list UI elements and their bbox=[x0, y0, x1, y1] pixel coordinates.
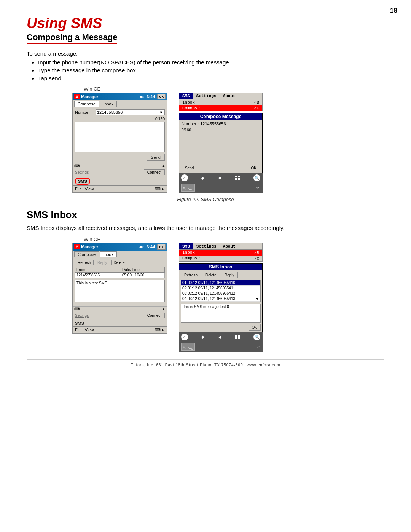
ppc-inbox-compose-item[interactable]: Compose ✓C bbox=[179, 256, 262, 261]
ppc-inbox-edit-icon: ✎ bbox=[183, 346, 186, 350]
ppc-inbox-body: Refresh Delete Reply 01:00:12 09/11, 121… bbox=[179, 270, 262, 332]
scroll-down-icon: ▼ bbox=[255, 297, 259, 301]
ppc-inbox-sms-menu[interactable]: SMS bbox=[179, 243, 193, 249]
ppc-inbox-bottom-number: ₁²³ bbox=[256, 345, 260, 349]
ppc-inbox-grid-icon bbox=[235, 335, 240, 339]
ppc-delete-button[interactable]: Delete bbox=[202, 272, 220, 278]
intro-text: To send a message: bbox=[27, 50, 384, 57]
wince-compose-window: ⊞ Manager ◄ε 3:44 ok Compose Inbox Numbe… bbox=[72, 93, 167, 193]
signal-icon: ◄ε bbox=[138, 94, 144, 99]
ppc-inbox-row-3[interactable]: 03:02:12 09/11, 121456955412 bbox=[181, 291, 260, 296]
ppc-inbox-title: SMS Inbox bbox=[179, 264, 262, 270]
ppc-compose-item[interactable]: Compose ✓C bbox=[179, 105, 262, 111]
wince-taskbar: ⌨ ▲ bbox=[73, 163, 167, 168]
ppc-number-label: Number : bbox=[182, 121, 199, 126]
ppc-inbox-menubar: SMS Settings About bbox=[179, 243, 263, 250]
time-display: 3:44 bbox=[147, 94, 155, 99]
ppc-compose-container: SMS Settings About Inbox ✓B Compose ✓C bbox=[179, 93, 263, 193]
inbox-screenshots-row: ⊞ Manager ◄ε 3:44 ok Compose Inbox Refre… bbox=[72, 243, 384, 352]
inbox-tab-inbox[interactable]: Inbox bbox=[100, 251, 117, 257]
ppc-inbox-ok-button[interactable]: OK bbox=[249, 324, 261, 331]
char-count: 0/160 bbox=[75, 117, 165, 121]
search-icon[interactable]: 🔍 bbox=[253, 174, 260, 181]
ppc-device-bar: ⌂ ◆ ◄ 🔍 bbox=[179, 173, 263, 182]
windows-logo-icon-inbox: ⊞ bbox=[74, 244, 80, 249]
cell-datetime: 05:00 10/20 bbox=[121, 272, 164, 278]
view-menu[interactable]: View bbox=[85, 187, 94, 192]
ppc-number-value: 12145555656 bbox=[200, 121, 260, 126]
abc-label: ABC bbox=[188, 187, 193, 190]
wince-titlebar: ⊞ Manager ◄ε 3:44 ok bbox=[73, 93, 167, 100]
inbox-arrow-icon: ▲ bbox=[162, 307, 166, 311]
tabs-row: Compose Inbox bbox=[73, 100, 167, 107]
inbox-view-menu[interactable]: View bbox=[85, 328, 94, 332]
wince-label-compose: Win CE bbox=[84, 86, 384, 92]
ppc-inbox-row-4[interactable]: 04:03:12 09/11, 121456955413 ▼ bbox=[181, 296, 260, 302]
ppc-ok-button[interactable]: OK bbox=[248, 165, 260, 171]
settings-link[interactable]: Settings bbox=[75, 170, 89, 174]
ppc-inbox-container: SMS Settings About Inbox ✓B Compose ✓C bbox=[179, 243, 263, 352]
ppc-sms-menu[interactable]: SMS bbox=[179, 93, 193, 99]
ppc-inbox-item[interactable]: Inbox ✓B bbox=[179, 99, 262, 105]
ppc-inbox-speaker-icon: ◄ bbox=[217, 334, 222, 340]
inbox-file-menu[interactable]: File bbox=[75, 328, 82, 332]
inbox-connect-button[interactable]: Connect bbox=[144, 313, 165, 318]
ppc-refresh-button[interactable]: Refresh bbox=[181, 272, 201, 278]
inbox-message-area: This is a test SMS bbox=[75, 280, 165, 302]
col-from: From bbox=[75, 267, 121, 272]
inbox-tabs-row: Compose Inbox bbox=[73, 251, 167, 257]
ppc-inbox-row-1[interactable]: 01:00:12 09/11, 121456955410 bbox=[181, 280, 260, 286]
ppc-compose-window: Compose Message Number : 12145555656 0/1… bbox=[179, 113, 263, 173]
inbox-table: From Date/Time 12145558585 05:00 10/20 bbox=[75, 267, 165, 278]
message-textarea[interactable] bbox=[75, 122, 165, 152]
bullet-2: Type the message in the compose box bbox=[38, 67, 384, 73]
ppc-send-button[interactable]: Send bbox=[182, 165, 197, 171]
ppc-inbox-buttons: Refresh Delete Reply bbox=[181, 272, 261, 278]
ppc-inbox-inbox-item[interactable]: Inbox ✓B bbox=[179, 250, 262, 256]
inbox-tab-compose[interactable]: Compose bbox=[74, 251, 99, 257]
bullet-list: Input the phone number(NO SPACES) of the… bbox=[38, 59, 384, 81]
wince-label-inbox: Win CE bbox=[84, 236, 384, 242]
tab-inbox[interactable]: Inbox bbox=[100, 101, 117, 107]
dropdown-arrow: ▼ bbox=[159, 110, 163, 115]
ppc-inbox-list: 01:00:12 09/11, 121456955410 02:01:12 09… bbox=[181, 280, 261, 302]
ok-button[interactable]: ok bbox=[157, 94, 166, 99]
table-row[interactable]: 12145558585 05:00 10/20 bbox=[75, 272, 165, 278]
inbox-settings-link[interactable]: Settings bbox=[75, 313, 89, 318]
tab-compose[interactable]: Compose bbox=[74, 101, 99, 107]
edit-icon: ✎ bbox=[183, 187, 186, 190]
refresh-button[interactable]: Refresh bbox=[75, 260, 94, 265]
wince-body: Number 12145555656 ▼ 0/160 Send bbox=[73, 107, 167, 163]
figure-caption: Figure 22. SMS Compose bbox=[27, 197, 384, 202]
bullet-3: Tap send bbox=[38, 75, 384, 81]
arrow-icon: ▲ bbox=[162, 164, 166, 168]
inbox-bottom-menu-bar: File View ⌨▲ bbox=[73, 326, 167, 333]
ppc-inbox-settings-menu[interactable]: Settings bbox=[193, 243, 220, 249]
inbox-buttons-row: Refresh Reply Delete bbox=[75, 260, 165, 265]
ppc-inbox-abc-label: ABC bbox=[188, 347, 193, 349]
grid-icon bbox=[235, 176, 240, 180]
ppc-bottom-left-icon: ✎ ABC bbox=[181, 184, 195, 192]
ppc-about-menu[interactable]: About bbox=[220, 93, 239, 99]
inbox-ok-button[interactable]: ok bbox=[157, 244, 166, 250]
number-input[interactable]: 12145555656 ▼ bbox=[96, 109, 165, 115]
wince-inbox-titlebar: ⊞ Manager ◄ε 3:44 ok bbox=[73, 243, 167, 251]
ppc-inbox-about-menu[interactable]: About bbox=[220, 243, 239, 249]
send-button[interactable]: Send bbox=[147, 154, 165, 161]
kb-icon: ⌨ bbox=[74, 164, 80, 168]
wince-inbox-window: ⊞ Manager ◄ε 3:44 ok Compose Inbox Refre… bbox=[72, 243, 167, 334]
ppc-inbox-row-2[interactable]: 02:01:12 09/11, 121456955411 bbox=[181, 286, 260, 291]
ppc-menubar: SMS Settings About bbox=[179, 93, 263, 99]
ppc-inbox-search-icon[interactable]: 🔍 bbox=[253, 334, 260, 340]
ppc-reply-button[interactable]: Reply bbox=[221, 272, 238, 278]
ppc-inbox-window: SMS Inbox Refresh Delete Reply 01:00:12 … bbox=[179, 263, 263, 332]
ppc-message-area: This is SMS message test 0 bbox=[181, 304, 261, 323]
file-menu[interactable]: File bbox=[75, 187, 82, 192]
ppc-settings-menu[interactable]: Settings bbox=[193, 93, 220, 99]
bottom-menu-bar: File View ⌨▲ bbox=[73, 185, 167, 192]
connect-button[interactable]: Connect bbox=[144, 169, 165, 175]
home-icon[interactable]: ⌂ bbox=[181, 174, 188, 181]
delete-button[interactable]: Delete bbox=[111, 260, 127, 265]
speaker-icon: ◄ bbox=[217, 175, 222, 181]
ppc-inbox-home-icon[interactable]: ⌂ bbox=[181, 334, 188, 340]
